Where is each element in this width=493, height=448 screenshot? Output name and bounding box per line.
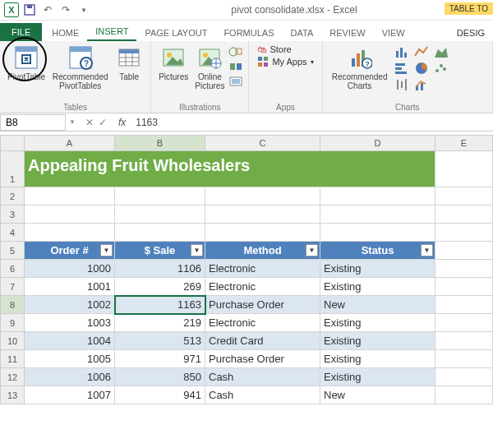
- cell[interactable]: [320, 187, 435, 206]
- table-header[interactable]: $ Sale▼: [115, 242, 205, 260]
- cell[interactable]: Existing: [320, 314, 435, 332]
- row-header[interactable]: 6: [0, 260, 25, 278]
- row-header[interactable]: 5: [0, 242, 25, 260]
- col-header[interactable]: D: [320, 135, 435, 151]
- table-header[interactable]: Method▼: [205, 242, 320, 260]
- store-button[interactable]: 🛍 Store: [257, 44, 313, 54]
- row-header[interactable]: 13: [0, 386, 25, 404]
- cell[interactable]: Existing: [320, 350, 435, 368]
- online-pictures-button[interactable]: Online Pictures: [192, 43, 227, 92]
- filter-dropdown-icon[interactable]: ▼: [191, 244, 203, 256]
- table-header[interactable]: Order #▼: [25, 242, 115, 260]
- pie-chart-icon[interactable]: [413, 61, 431, 76]
- row-header[interactable]: 10: [0, 332, 25, 350]
- bar-chart-icon[interactable]: [394, 61, 412, 76]
- combo-chart-icon[interactable]: [413, 77, 431, 92]
- row-header[interactable]: 7: [0, 278, 25, 296]
- cell[interactable]: Existing: [320, 332, 435, 350]
- line-chart-icon[interactable]: [413, 44, 431, 59]
- row-header[interactable]: 3: [0, 206, 25, 224]
- cell[interactable]: [25, 224, 115, 242]
- cell[interactable]: [435, 242, 493, 260]
- cell[interactable]: 941: [115, 386, 205, 404]
- cell[interactable]: 269: [115, 278, 205, 296]
- cell[interactable]: [115, 206, 205, 224]
- cancel-icon[interactable]: ✕: [85, 117, 94, 128]
- table-button[interactable]: Table: [113, 43, 145, 83]
- cell[interactable]: 1006: [25, 368, 115, 386]
- cell[interactable]: 513: [115, 332, 205, 350]
- cell[interactable]: [115, 187, 205, 206]
- cell[interactable]: 1007: [25, 386, 115, 404]
- tab-formulas[interactable]: FORMULAS: [215, 25, 282, 41]
- active-cell[interactable]: 1163: [115, 296, 205, 314]
- tab-design[interactable]: DESIG: [449, 25, 493, 41]
- cell[interactable]: [435, 278, 493, 296]
- col-header[interactable]: E: [435, 135, 493, 151]
- cell[interactable]: 850: [115, 368, 205, 386]
- col-header[interactable]: A: [25, 135, 115, 151]
- cell[interactable]: New: [320, 296, 435, 314]
- cell[interactable]: 1005: [25, 350, 115, 368]
- cell[interactable]: 1001: [25, 278, 115, 296]
- cell[interactable]: Electronic: [205, 314, 320, 332]
- recommended-pivottables-button[interactable]: ? Recommended PivotTables: [49, 43, 111, 92]
- namebox-dropdown-icon[interactable]: ▼: [66, 118, 79, 126]
- select-all-corner[interactable]: [0, 135, 25, 151]
- stock-chart-icon[interactable]: [394, 77, 412, 92]
- cell[interactable]: [435, 350, 493, 368]
- row-header[interactable]: 8: [0, 296, 25, 314]
- row-header[interactable]: 12: [0, 368, 25, 386]
- cell[interactable]: [205, 224, 320, 242]
- cell[interactable]: Existing: [320, 368, 435, 386]
- column-chart-icon[interactable]: [394, 44, 412, 59]
- tab-insert[interactable]: INSERT: [87, 23, 136, 41]
- filter-dropdown-icon[interactable]: ▼: [306, 244, 318, 256]
- smartart-icon[interactable]: [228, 60, 243, 73]
- cell[interactable]: Existing: [320, 260, 435, 278]
- cell[interactable]: [435, 296, 493, 314]
- row-header[interactable]: 2: [0, 187, 25, 206]
- tab-review[interactable]: REVIEW: [321, 25, 373, 41]
- shapes-icon[interactable]: [228, 45, 243, 58]
- qat-dropdown-icon[interactable]: ▼: [76, 2, 91, 17]
- recommended-charts-button[interactable]: ? Recommended Charts: [328, 43, 392, 92]
- cell[interactable]: Credit Card: [205, 332, 320, 350]
- cell[interactable]: Electronic: [205, 260, 320, 278]
- cell[interactable]: [205, 187, 320, 206]
- cell[interactable]: 971: [115, 350, 205, 368]
- cell[interactable]: 1106: [115, 260, 205, 278]
- cell[interactable]: 219: [115, 314, 205, 332]
- cell[interactable]: 1002: [25, 296, 115, 314]
- cell[interactable]: New: [320, 386, 435, 404]
- enter-icon[interactable]: ✓: [99, 117, 107, 128]
- cell[interactable]: [205, 206, 320, 224]
- cell[interactable]: [25, 187, 115, 206]
- row-header[interactable]: 11: [0, 350, 25, 368]
- cell[interactable]: [435, 187, 493, 206]
- col-header[interactable]: B: [115, 135, 205, 151]
- pictures-button[interactable]: Pictures: [156, 43, 191, 83]
- cell[interactable]: [435, 332, 493, 350]
- scatter-chart-icon[interactable]: [433, 61, 451, 76]
- tab-file[interactable]: FILE: [0, 23, 42, 41]
- cell[interactable]: [435, 386, 493, 404]
- area-chart-icon[interactable]: [433, 44, 451, 59]
- cell[interactable]: Purchase Order: [205, 296, 320, 314]
- screenshot-icon[interactable]: [228, 75, 243, 88]
- cell[interactable]: [435, 314, 493, 332]
- title-banner[interactable]: Appealing Fruit Wholesalers: [25, 151, 435, 187]
- filter-dropdown-icon[interactable]: ▼: [421, 244, 433, 256]
- table-header[interactable]: Status▼: [320, 242, 435, 260]
- cell[interactable]: Cash: [205, 386, 320, 404]
- cell[interactable]: Cash: [205, 368, 320, 386]
- row-header[interactable]: 1: [0, 151, 25, 187]
- cell[interactable]: [320, 206, 435, 224]
- cell[interactable]: 1004: [25, 332, 115, 350]
- tab-home[interactable]: HOME: [44, 25, 87, 41]
- fx-icon[interactable]: fx: [113, 117, 131, 128]
- tab-pagelayout[interactable]: PAGE LAYOUT: [136, 25, 215, 41]
- redo-icon[interactable]: ↷: [58, 2, 73, 17]
- cell[interactable]: [320, 224, 435, 242]
- formula-bar[interactable]: 1163: [131, 115, 493, 130]
